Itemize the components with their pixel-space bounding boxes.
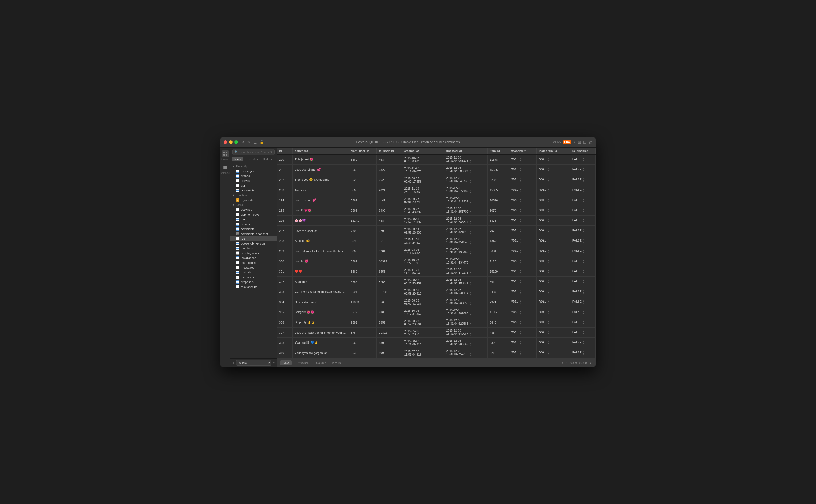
item-brands[interactable]: brands: [230, 222, 277, 227]
stepper-instagram_id[interactable]: ▲▼: [547, 229, 549, 233]
recent-activities[interactable]: activities: [230, 178, 277, 183]
list-icon[interactable]: ☰: [253, 140, 257, 144]
stepper-updated-at[interactable]: ▲▼: [469, 200, 471, 204]
sidebar-icon-katonice[interactable]: [222, 164, 229, 171]
item-interactions[interactable]: interactions: [230, 260, 277, 265]
stepper-instagram_id[interactable]: ▲▼: [547, 330, 549, 334]
item-relationships[interactable]: relationships: [230, 284, 277, 289]
stepper-instagram_id[interactable]: ▲▼: [547, 290, 549, 294]
item-goose-db-version[interactable]: goose_db_version: [230, 241, 277, 246]
stepper-updated-at[interactable]: ▲▼: [469, 190, 471, 194]
stepper-instagram_id[interactable]: ▲▼: [547, 269, 549, 273]
stepper-instagram_id[interactable]: ▲▼: [547, 157, 549, 161]
stepper-instagram_id[interactable]: ▲▼: [547, 178, 549, 182]
stepper-updated-at[interactable]: ▲▼: [469, 271, 471, 275]
table-row[interactable]: 310Your eyes are gorgeous!363089952015-0…: [277, 348, 596, 358]
stepper-instagram_id[interactable]: ▲▼: [547, 300, 549, 304]
stepper-is-disabled[interactable]: ▲▼: [583, 178, 585, 182]
stepper-attachment[interactable]: ▲▼: [519, 300, 521, 304]
table-scroll[interactable]: id comment from_user_id to_user_id creat…: [277, 148, 596, 358]
table-row[interactable]: 307Love this! Saw the full shoot on your…: [277, 328, 596, 338]
stepper-instagram_id[interactable]: ▲▼: [547, 168, 549, 172]
stepper-updated-at[interactable]: ▲▼: [469, 230, 471, 234]
stepper-is-disabled[interactable]: ▲▼: [583, 198, 585, 202]
schema-select[interactable]: public: [236, 360, 271, 366]
stepper-attachment[interactable]: ▲▼: [519, 229, 521, 233]
stepper-attachment[interactable]: ▲▼: [519, 168, 521, 172]
stepper-attachment[interactable]: ▲▼: [519, 219, 521, 223]
stepper-instagram_id[interactable]: ▲▼: [547, 239, 549, 243]
panel-left-icon[interactable]: ▤: [583, 140, 587, 144]
table-row[interactable]: 297Love this shot xx73085702015-08-24 09…: [277, 226, 596, 236]
stepper-is-disabled[interactable]: ▲▼: [583, 249, 585, 253]
stepper-attachment[interactable]: ▲▼: [519, 239, 521, 243]
table-row[interactable]: 293Awesome!556920242015-11-19 23:12:16.8…: [277, 185, 596, 195]
tab-data[interactable]: Data: [280, 360, 292, 365]
item-app-for-leave[interactable]: app_for_leave: [230, 212, 277, 217]
item-proposals[interactable]: proposals: [230, 280, 277, 284]
stepper-updated-at[interactable]: ▲▼: [469, 179, 471, 183]
section-items[interactable]: ▼ Items: [230, 202, 277, 207]
stepper-instagram_id[interactable]: ▲▼: [547, 341, 549, 345]
stepper-is-disabled[interactable]: ▲▼: [583, 351, 585, 355]
stepper-updated-at[interactable]: ▲▼: [469, 159, 471, 163]
stepper-is-disabled[interactable]: ▲▼: [583, 280, 585, 284]
stepper-is-disabled[interactable]: ▲▼: [583, 239, 585, 243]
stepper-is-disabled[interactable]: ▲▼: [583, 157, 585, 161]
table-row[interactable]: 300Lovely! 🌺5569103992015-10-05 13:22:11…: [277, 256, 596, 266]
stepper-updated-at[interactable]: ▲▼: [469, 291, 471, 295]
tab-favorites[interactable]: Favorites: [244, 157, 260, 161]
stepper-attachment[interactable]: ▲▼: [519, 198, 521, 202]
stepper-instagram_id[interactable]: ▲▼: [547, 280, 549, 284]
stepper-attachment[interactable]: ▲▼: [519, 178, 521, 182]
section-recently[interactable]: ▼ Recently: [230, 164, 277, 169]
stepper-attachment[interactable]: ▲▼: [519, 249, 521, 253]
table-row[interactable]: 306So pretty 👌👌969188522015-08-08 09:52:…: [277, 317, 596, 328]
stepper-updated-at[interactable]: ▲▼: [469, 261, 471, 265]
stepper-is-disabled[interactable]: ▲▼: [583, 229, 585, 233]
stepper-attachment[interactable]: ▲▼: [519, 320, 521, 324]
sidebar-icon-tinyapp[interactable]: [222, 150, 229, 157]
stepper-instagram_id[interactable]: ▲▼: [547, 259, 549, 263]
table-row[interactable]: 292Thank you 😊 @emcollins662066202015-08…: [277, 175, 596, 185]
table-row[interactable]: 291Love everything! 💕556963272015-11-27 …: [277, 165, 596, 175]
stepper-updated-at[interactable]: ▲▼: [469, 210, 471, 214]
stepper-is-disabled[interactable]: ▲▼: [583, 168, 585, 172]
stepper-instagram_id[interactable]: ▲▼: [547, 198, 549, 202]
stepper-attachment[interactable]: ▲▼: [519, 330, 521, 334]
refresh-icon[interactable]: ↻: [573, 140, 576, 144]
item-messages[interactable]: messages: [230, 265, 277, 270]
item-hashtagviews[interactable]: hashtagviews: [230, 251, 277, 255]
stepper-attachment[interactable]: ▲▼: [519, 188, 521, 192]
table-row[interactable]: 294Love this top 💕556941472015-09-28 07:…: [277, 195, 596, 205]
stepper-attachment[interactable]: ▲▼: [519, 341, 521, 345]
stepper-instagram_id[interactable]: ▲▼: [547, 351, 549, 355]
stepper-instagram_id[interactable]: ▲▼: [547, 249, 549, 253]
item-bar[interactable]: bar: [230, 217, 277, 222]
stepper-is-disabled[interactable]: ▲▼: [583, 341, 585, 345]
stepper-attachment[interactable]: ▲▼: [519, 259, 521, 263]
stepper-is-disabled[interactable]: ▲▼: [583, 188, 585, 192]
stepper-updated-at[interactable]: ▲▼: [469, 281, 471, 285]
stepper-is-disabled[interactable]: ▲▼: [583, 330, 585, 334]
panel-right-icon[interactable]: ▧: [589, 140, 592, 144]
stepper-attachment[interactable]: ▲▼: [519, 351, 521, 355]
stepper-is-disabled[interactable]: ▲▼: [583, 320, 585, 324]
stepper-instagram_id[interactable]: ▲▼: [547, 320, 549, 324]
stepper-attachment[interactable]: ▲▼: [519, 208, 521, 212]
stepper-updated-at[interactable]: ▲▼: [469, 169, 471, 173]
stepper-is-disabled[interactable]: ▲▼: [583, 290, 585, 294]
stepper-updated-at[interactable]: ▲▼: [469, 312, 471, 316]
stepper-attachment[interactable]: ▲▼: [519, 290, 521, 294]
table-row[interactable]: 303Can I join u skating, in that amazing…: [277, 287, 596, 297]
stepper-updated-at[interactable]: ▲▼: [469, 240, 471, 245]
stepper-attachment[interactable]: ▲▼: [519, 310, 521, 314]
stepper-instagram_id[interactable]: ▲▼: [547, 310, 549, 314]
stepper-attachment[interactable]: ▲▼: [519, 157, 521, 161]
recent-brands[interactable]: brands: [230, 174, 277, 178]
item-foo[interactable]: foo: [230, 236, 277, 241]
stepper-updated-at[interactable]: ▲▼: [469, 220, 471, 224]
item-overviews[interactable]: overviews: [230, 275, 277, 280]
section-functions[interactable]: ▼ Functions: [230, 193, 277, 198]
stepper-updated-at[interactable]: ▲▼: [469, 251, 471, 255]
